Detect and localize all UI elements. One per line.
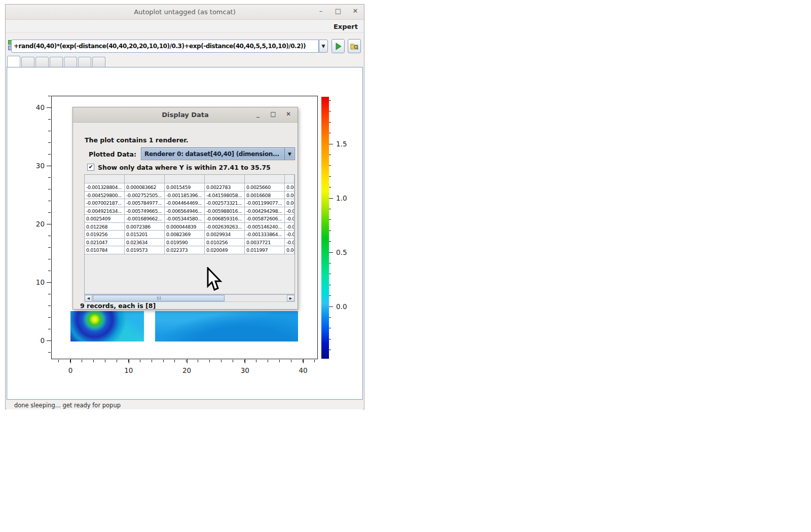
column-header[interactable] [125,175,165,183]
tick-line [47,282,51,283]
close-icon[interactable]: ✕ [285,110,291,118]
uri-input[interactable] [11,40,319,53]
table-row[interactable]: -0.004921634... -0.005749665... -0.00656… [85,207,294,215]
minimize-icon[interactable]: – [317,7,324,15]
table-cell: 0.023634 [125,239,165,247]
scroll-right-button[interactable]: ▶ [287,295,294,301]
table-cell: 0.0072386 [125,223,165,231]
status-bar: done sleeping... get ready for popup [7,401,363,409]
table-cell: 0.021047 [85,239,125,247]
x-tick-label: 20 [182,366,191,374]
column-header[interactable] [245,175,285,183]
window-controls: – □ ✕ [317,7,359,15]
menu-item[interactable] [37,20,47,33]
menu-item[interactable] [6,20,17,33]
column-header[interactable] [165,175,205,183]
table-cell: -0.0 [285,207,294,215]
menu-item[interactable] [27,20,37,33]
table-cell: -0.006564946... [165,207,205,215]
chevron-down-icon: ▼ [288,151,291,157]
filter-checkbox[interactable]: ✔ [87,164,94,171]
table-cell: 0.0029934 [205,231,245,239]
tick-line [47,340,51,341]
tick-line [70,359,71,363]
expert-menu-toggle[interactable]: Expert [334,20,358,33]
column-header[interactable] [205,175,245,183]
heatmap-strip-left [70,311,144,341]
arrow-right-icon: ▶ [289,296,292,300]
display-data-dialog: Display Data _ □ ✕ The plot contains 1 r… [72,107,298,310]
table-row[interactable]: 0.021047 0.023634 0.019590 0.010256 0.00… [85,239,294,247]
y-tick-label: 30 [36,162,45,170]
tick-line [303,359,304,363]
uri-dropdown-button[interactable]: ▼ [319,40,328,53]
filter-checkbox-label: Show only data where Y is within 27.41 t… [98,164,271,171]
maximize-icon[interactable]: □ [270,110,276,118]
x-tick-label: 0 [68,366,73,374]
tick-line [47,107,51,108]
table-cell: 0.000044839 [165,223,205,231]
go-plot-button[interactable] [331,39,345,53]
play-icon [335,43,342,50]
tick-line [47,166,51,166]
table-cell: -0.005784977... [125,199,165,207]
combobox-value: Renderer 0: dataset[40,40] (dimension... [141,150,284,158]
scrollbar-track[interactable] [92,295,287,301]
dialog-titlebar[interactable]: Display Data _ □ ✕ [73,107,298,123]
window-titlebar[interactable]: Autoplot untagged (as tomcat) – □ ✕ [6,5,364,20]
tab[interactable] [64,57,77,67]
menu-item[interactable] [67,20,78,33]
table-cell: 0.00 [285,246,294,254]
table-cell: -0.001185396... [165,192,205,200]
tick-line [129,359,129,363]
heatmap-strip-right [155,311,298,341]
table-cell: 0.011997 [245,246,285,254]
tab[interactable] [7,56,20,67]
table-row[interactable]: -0.004529800... -0.002752505... -0.00118… [85,192,294,200]
menu-item[interactable] [47,20,57,33]
minimize-icon[interactable]: _ [255,110,261,118]
tab[interactable] [21,57,34,67]
table-cell: 0.010784 [85,246,125,254]
dialog-controls: _ □ ✕ [255,110,291,118]
table-cell: 0.0025660 [245,183,285,192]
table-row[interactable]: -0.001328804... 0.000083662 0.0015459 0.… [85,183,294,192]
table-cell: -0.0 [285,215,294,223]
table-row[interactable]: 0.0025409 -0.001689662... -0.005344580..… [85,215,294,223]
menu-item[interactable] [57,20,67,33]
inspect-file-button[interactable] [348,39,361,53]
renderer-combobox[interactable]: Renderer 0: dataset[40,40] (dimension...… [141,147,295,160]
table-row[interactable]: -0.007002187... -0.005784977... -0.00446… [85,199,294,207]
table-row[interactable]: 0.010784 0.019573 0.022373 0.020049 0.01… [85,246,294,254]
menu-bar: Expert [6,20,364,33]
table-cell: -0.001689662... [125,215,165,223]
column-header[interactable] [285,175,294,183]
records-summary: 9 records, each is [8] [80,302,156,310]
tick-line [329,252,333,253]
table-cell: 0.0082369 [165,231,205,239]
table-cell: 0.00 [285,199,294,207]
tab[interactable] [92,57,105,67]
colorbar-minor-ticks [329,100,331,359]
chevron-down-icon: ▼ [322,44,325,49]
x-tick-label: 10 [124,366,133,374]
table-cell: -0.005344580... [165,215,205,223]
table-row[interactable]: 0.012268 0.0072386 0.000044839 -0.002639… [85,223,294,231]
table-cell: 0.019256 [85,231,125,239]
tab[interactable] [78,57,91,67]
table-row[interactable]: 0.019256 0.015201 0.0082369 0.0029934 -0… [85,231,294,239]
tab[interactable] [35,57,49,67]
tab[interactable] [50,57,63,67]
colorbar-tick-label: 1.5 [336,140,347,148]
horizontal-scrollbar[interactable]: ◀ ▶ [84,294,295,302]
tick-line [47,224,51,224]
maximize-icon[interactable]: □ [335,7,342,15]
menu-item[interactable] [17,20,27,33]
close-icon[interactable]: ✕ [352,7,359,15]
scrollbar-thumb[interactable] [93,295,225,301]
scroll-left-button[interactable]: ◀ [85,295,92,301]
renderer-count-text: The plot contains 1 renderer. [85,136,188,144]
table-cell: 0.022373 [165,246,205,254]
column-header[interactable] [85,175,125,183]
table-cell: -0.0 [285,239,294,247]
